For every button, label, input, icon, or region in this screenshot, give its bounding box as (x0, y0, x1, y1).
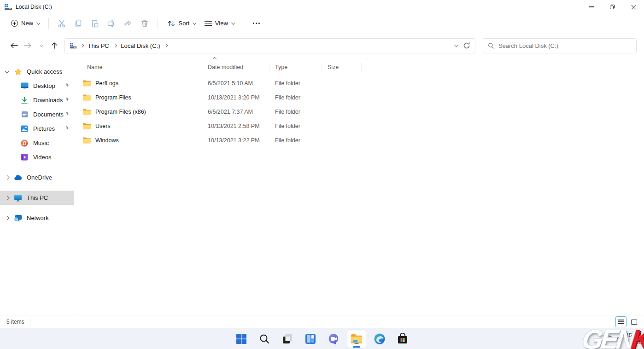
address-bar[interactable]: This PC Local Disk (C:) (64, 38, 475, 53)
sidebar-item-this-pc[interactable]: This PC (0, 191, 74, 205)
expand-collapse-icon[interactable] (0, 71, 14, 73)
see-more-icon (253, 23, 260, 24)
sidebar-item-label: Videos (33, 154, 52, 161)
start-button[interactable] (232, 330, 251, 348)
share-icon (123, 19, 133, 28)
taskbar-search-button[interactable] (255, 330, 274, 348)
column-header-name[interactable]: Name (82, 63, 202, 71)
chat-icon (328, 333, 340, 345)
file-date-modified: 10/13/2021 3:20 PM (202, 94, 269, 101)
taskbar: 15 PM 21 GENK (0, 328, 644, 349)
see-more-button[interactable] (248, 17, 264, 30)
file-name: Program Files (x86) (95, 109, 146, 115)
recent-locations-button[interactable] (34, 38, 47, 53)
sidebar-item-label: Downloads (33, 97, 63, 104)
minimize-icon (589, 6, 594, 7)
sidebar-item-label: Music (33, 140, 49, 146)
forward-button[interactable] (21, 38, 34, 53)
edge-button[interactable] (370, 330, 389, 348)
expand-collapse-icon[interactable] (0, 176, 14, 179)
column-header-type[interactable]: Type (269, 63, 322, 71)
minimize-button[interactable] (580, 0, 602, 14)
file-type: File folder (269, 123, 322, 129)
drive-icon (70, 43, 76, 48)
address-row: This PC Local Disk (C:) (0, 33, 644, 58)
large-icons-view-icon (631, 320, 637, 325)
file-row-users[interactable]: Users 10/13/2021 2:58 PM File folder (74, 119, 644, 133)
file-row-perflogs[interactable]: PerfLogs 6/5/2021 5:10 AM File folder (74, 76, 644, 90)
details-view-button[interactable] (615, 316, 626, 327)
sort-button[interactable]: Sort (163, 17, 200, 30)
up-icon (51, 42, 58, 49)
forward-icon (23, 42, 32, 49)
expand-collapse-icon[interactable] (0, 216, 14, 220)
sidebar-item-label: This PC (27, 194, 48, 201)
window-title: Local Disk (C:) (16, 4, 52, 10)
address-dropdown-icon[interactable] (454, 43, 458, 47)
star-icon (14, 68, 22, 76)
search-box[interactable] (483, 38, 637, 53)
cut-icon (57, 19, 66, 28)
taskbar-clock[interactable]: 15 PM 21 (626, 332, 641, 345)
close-icon (631, 5, 636, 10)
sidebar-item-desktop[interactable]: Desktop (0, 79, 74, 93)
system-tray[interactable]: 15 PM 21 (607, 328, 641, 349)
column-header-size[interactable]: Size (322, 63, 362, 71)
close-button[interactable] (623, 0, 644, 14)
sidebar-item-network[interactable]: Network (0, 211, 74, 225)
clock-time: 15 PM (626, 332, 641, 338)
copy-button[interactable] (70, 17, 87, 30)
sidebar-item-label: Desktop (33, 82, 55, 89)
sidebar-item-onedrive[interactable]: OneDrive (0, 170, 74, 185)
search-icon (259, 333, 270, 344)
share-button[interactable] (120, 17, 136, 30)
paste-button[interactable] (87, 17, 103, 30)
sidebar-item-label: OneDrive (27, 174, 52, 181)
volume-tray-icon (616, 336, 622, 341)
paste-icon (90, 19, 100, 28)
view-button[interactable]: View (200, 17, 238, 29)
toolbar-divider (48, 18, 49, 29)
sidebar-item-pictures[interactable]: Pictures (0, 122, 74, 136)
file-type: File folder (269, 94, 322, 101)
file-row-program-files-x86[interactable]: Program Files (x86) 6/5/2021 7:37 AM Fil… (74, 105, 644, 119)
breadcrumb-this-pc[interactable]: This PC (87, 42, 110, 49)
store-button[interactable] (393, 330, 412, 348)
file-row-program-files[interactable]: Program Files 10/13/2021 3:20 PM File fo… (74, 90, 644, 105)
sidebar-item-music[interactable]: Music (0, 136, 74, 150)
sidebar-item-videos[interactable]: Videos (0, 150, 74, 164)
sidebar-item-label: Documents (33, 111, 64, 118)
documents-icon (20, 111, 29, 119)
task-view-button[interactable] (278, 330, 297, 348)
restore-button[interactable] (602, 0, 623, 14)
cut-button[interactable] (53, 17, 70, 30)
breadcrumb-separator-icon (113, 44, 117, 47)
delete-button[interactable] (136, 17, 153, 30)
search-input[interactable] (498, 42, 632, 49)
new-button[interactable]: New (6, 17, 44, 29)
large-icons-view-button[interactable] (628, 316, 639, 327)
sidebar-item-quick-access[interactable]: Quick access (0, 64, 74, 79)
sidebar-item-documents[interactable]: Documents (0, 107, 74, 122)
breadcrumb-local-disk[interactable]: Local Disk (C:) (120, 42, 161, 49)
refresh-icon[interactable] (463, 42, 470, 49)
file-row-windows[interactable]: Windows 10/13/2021 3:22 PM File folder (74, 133, 644, 147)
file-explorer-button[interactable] (347, 330, 366, 348)
widgets-button[interactable] (301, 330, 320, 348)
file-date-modified: 6/5/2021 5:10 AM (202, 80, 269, 87)
chat-button[interactable] (324, 330, 343, 348)
up-button[interactable] (47, 38, 61, 53)
file-name: Windows (95, 137, 119, 144)
view-icon (205, 21, 212, 26)
sidebar-item-downloads[interactable]: Downloads (0, 93, 74, 107)
back-button[interactable] (7, 38, 21, 53)
pictures-icon (20, 125, 29, 133)
sort-ascending-icon (213, 57, 217, 61)
column-header-date-modified[interactable]: Date modified (202, 63, 269, 71)
downloads-icon (20, 96, 29, 105)
rename-button[interactable] (103, 17, 120, 30)
expand-collapse-icon[interactable] (0, 196, 14, 199)
this-pc-icon (14, 194, 22, 202)
search-icon (488, 42, 494, 49)
file-type: File folder (269, 137, 322, 144)
